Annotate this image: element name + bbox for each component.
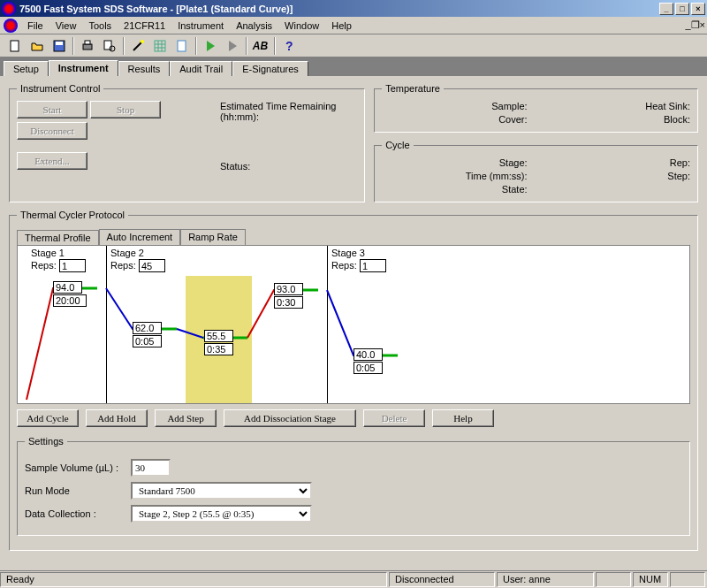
new-button[interactable] (4, 36, 25, 56)
stage1-reps-input[interactable] (59, 259, 86, 272)
block-label: Block: (545, 114, 690, 125)
tab-results[interactable]: Results (118, 61, 171, 76)
doc-button[interactable] (171, 36, 192, 56)
svg-rect-3 (83, 44, 92, 50)
tab-instrument[interactable]: Instrument (49, 60, 118, 76)
temperature-legend: Temperature (382, 83, 444, 94)
analyze-button[interactable] (222, 36, 242, 56)
minimize-button[interactable]: _ (659, 3, 673, 15)
thermal-profile-chart[interactable]: Stage 1 Reps: Stage 2 Reps: Stage 3 Reps… (17, 245, 690, 404)
thermal-cycler-group: Thermal Cycler Protocol Thermal Profile … (9, 210, 698, 551)
maximize-button[interactable]: □ (675, 3, 689, 15)
open-button[interactable] (27, 36, 47, 56)
stage3-label: Stage 3 (331, 248, 365, 258)
menu-view[interactable]: View (49, 20, 83, 31)
stage2-time2-input[interactable] (204, 343, 233, 355)
run-button[interactable] (200, 36, 220, 56)
svg-rect-5 (104, 41, 111, 50)
status-user: User: anne (497, 572, 594, 587)
stage2-time3-input[interactable] (274, 296, 303, 309)
print-preview-button[interactable] (99, 36, 119, 56)
main-tabstrip: Setup Instrument Results Audit Trail E-S… (0, 57, 707, 76)
save-button[interactable] (49, 36, 69, 56)
app-icon (2, 2, 16, 16)
tab-audit-trail[interactable]: Audit Trail (170, 61, 232, 76)
disconnect-button[interactable]: Disconnect (17, 122, 87, 140)
svg-rect-2 (56, 42, 63, 45)
reps-label: Reps: (31, 260, 57, 271)
help-button[interactable]: ? (278, 36, 299, 56)
run-mode-select[interactable]: Standard 7500 (131, 482, 312, 500)
tab-auto-increment[interactable]: Auto Increment (99, 229, 181, 245)
menu-help[interactable]: Help (325, 20, 358, 31)
tab-e-signatures[interactable]: E-Signatures (232, 61, 308, 76)
title-bar: 7500 Fast System SDS Software - [Plate1 … (0, 0, 707, 17)
analyze-icon (225, 39, 239, 53)
settings-legend: Settings (25, 436, 67, 447)
help-button[interactable]: Help (432, 409, 494, 427)
wand-icon (131, 39, 145, 53)
stage2-time1-input[interactable] (133, 335, 162, 347)
save-icon (52, 39, 66, 53)
state-label: State: (382, 184, 527, 195)
stage3-temp-input[interactable] (354, 348, 383, 361)
grid-button[interactable] (149, 36, 170, 56)
stage1-time-input[interactable] (53, 294, 87, 307)
svg-rect-8 (155, 41, 165, 51)
text-button[interactable]: AB (250, 36, 270, 56)
play-icon (203, 39, 217, 53)
stage1-label: Stage 1 (31, 248, 65, 258)
status-label: Status: (220, 161, 357, 172)
sample-volume-input[interactable] (131, 459, 171, 477)
delete-button[interactable]: Delete (363, 409, 425, 427)
mdi-close-button[interactable]: × (700, 19, 705, 31)
print-button[interactable] (77, 36, 97, 56)
step-label: Step: (545, 171, 690, 181)
grid-icon (153, 39, 167, 53)
menu-21cfr11[interactable]: 21CFR11 (118, 20, 171, 31)
stage-label: Stage: (382, 157, 527, 168)
stop-button[interactable]: Stop (90, 101, 161, 118)
add-dissociation-button[interactable]: Add Dissociation Stage (224, 409, 356, 427)
cycle-legend: Cycle (382, 140, 414, 150)
help-icon: ? (282, 39, 296, 53)
temperature-group: Temperature Sample: Heat Sink: Cover: Bl… (374, 83, 698, 133)
close-button[interactable]: × (691, 3, 705, 15)
stage1-temp-input[interactable] (53, 281, 82, 294)
heatsink-label: Heat Sink: (545, 101, 690, 111)
tab-ramp-rate[interactable]: Ramp Rate (180, 229, 246, 245)
stage2-temp1-input[interactable] (133, 322, 162, 334)
add-hold-button[interactable]: Add Hold (86, 409, 148, 427)
menu-file[interactable]: File (21, 20, 49, 31)
instrument-control-group: Instrument Control Start Stop Disconnect… (9, 83, 365, 202)
menu-instrument[interactable]: Instrument (171, 20, 230, 31)
stage3-reps-input[interactable] (360, 259, 386, 272)
rep-label: Rep: (545, 157, 690, 168)
start-button[interactable]: Start (17, 101, 87, 118)
status-ready: Ready (0, 572, 387, 587)
mdi-restore-button[interactable]: ❐ (691, 19, 700, 31)
cover-label: Cover: (382, 114, 527, 125)
stage2-temp2-input[interactable] (204, 330, 233, 342)
menu-window[interactable]: Window (278, 20, 325, 31)
wizard-button[interactable] (127, 36, 148, 56)
profile-svg (18, 276, 689, 405)
data-collection-select[interactable]: Stage 2, Step 2 (55.5 @ 0:35) (131, 505, 312, 523)
svg-rect-4 (85, 41, 90, 44)
protocol-tabs: Thermal Profile Auto Increment Ramp Rate (17, 229, 690, 245)
svg-rect-0 (11, 41, 19, 51)
extend-button[interactable]: Extend... (17, 152, 87, 170)
add-step-button[interactable]: Add Step (155, 409, 217, 427)
add-cycle-button[interactable]: Add Cycle (17, 409, 79, 427)
stage2-temp3-input[interactable] (274, 283, 303, 295)
menu-tools[interactable]: Tools (82, 20, 118, 31)
stage2-reps-input[interactable] (139, 259, 165, 272)
menu-bar: File View Tools 21CFR11 Instrument Analy… (0, 17, 707, 34)
stage3-time-input[interactable] (354, 362, 383, 374)
instrument-control-legend: Instrument Control (17, 83, 103, 94)
tab-thermal-profile[interactable]: Thermal Profile (17, 230, 99, 246)
tab-setup[interactable]: Setup (4, 61, 49, 76)
status-connection: Disconnected (389, 572, 495, 587)
menu-analysis[interactable]: Analysis (230, 20, 278, 31)
svg-text:?: ? (285, 39, 293, 53)
